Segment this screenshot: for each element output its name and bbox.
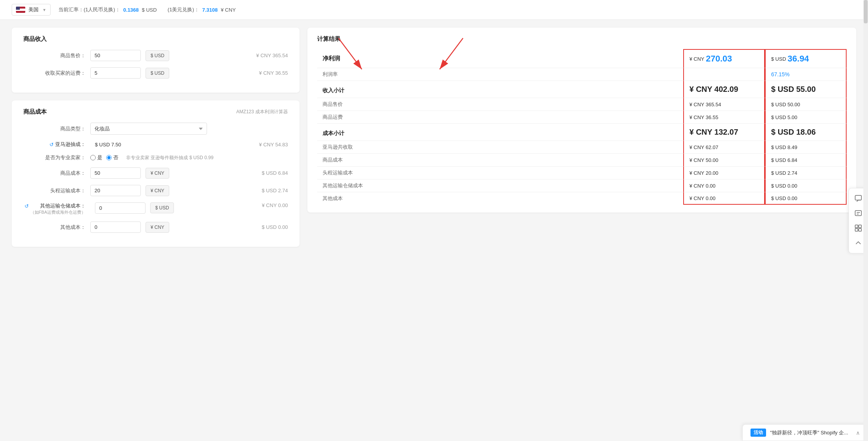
r-shipping-cost-label: 头程运输成本 xyxy=(317,167,683,179)
product-cost-input[interactable] xyxy=(90,167,141,179)
professional-yes-option[interactable]: 是 xyxy=(90,154,102,161)
professional-no-option[interactable]: 否 xyxy=(106,154,118,161)
right-panel: 计算结果 净利润 ¥ CNY 270.03 $ USD 36.94 利润率 xyxy=(307,28,856,247)
product-price-currency: $ USD xyxy=(146,50,169,61)
scrollbar-track[interactable] xyxy=(863,0,868,441)
chat-icon xyxy=(854,195,862,202)
r-amazon-fee-usd: $ USD 8.49 xyxy=(765,141,847,154)
country-name: 美国 xyxy=(28,6,39,13)
rate1-currency: $ USD xyxy=(142,7,157,13)
svg-rect-5 xyxy=(855,211,861,216)
exchange-rate-section: 当前汇率：(1人民币兑换)： 0.1368 $ USD (1美元兑换)： 7.3… xyxy=(58,6,236,13)
product-cost-usd: $ USD 6.84 xyxy=(249,170,288,176)
other-cost-currency: ¥ CNY xyxy=(146,222,169,233)
svg-rect-4 xyxy=(855,195,861,200)
buyer-shipping-cny: ¥ CNY 36.55 xyxy=(249,70,288,76)
buyer-shipping-input[interactable] xyxy=(90,67,141,79)
professional-yes-radio[interactable] xyxy=(90,155,96,160)
buyer-shipping-currency: $ USD xyxy=(146,68,169,79)
buyer-shipping-row: 收取买家的运费： $ USD ¥ CNY 36.55 xyxy=(23,67,288,79)
other-shipping-input[interactable] xyxy=(95,202,146,214)
shipping-cost-input[interactable] xyxy=(90,185,141,196)
r-other-cost-cny: ¥ CNY 0.00 xyxy=(683,192,765,205)
amazon-fee-cny: ¥ CNY 54.83 xyxy=(249,142,288,148)
amazon-fee-label-group: ↺ 亚马逊抽成： xyxy=(23,141,86,148)
product-type-select[interactable]: 化妆品 服装 电子产品 家居 xyxy=(90,123,207,135)
rate-label-2: (1美元兑换)： xyxy=(168,6,199,13)
other-cost-usd: $ USD 0.00 xyxy=(249,224,288,230)
cost-card-header: 商品成本 AMZ123 成本利润计算器 xyxy=(23,108,288,116)
activity-text: "独辟新径，冲顶旺季" Shopify 企... xyxy=(770,429,848,436)
buyer-shipping-label: 收取买家的运费： xyxy=(23,70,86,77)
r-product-cost-cny: ¥ CNY 50.00 xyxy=(683,154,765,167)
rate2-value: 7.3108 xyxy=(202,7,218,13)
svg-rect-9 xyxy=(859,225,861,228)
dropdown-arrow-icon: ▼ xyxy=(42,8,46,12)
product-cost-label: 商品成本： xyxy=(23,170,86,177)
results-grid: 净利润 ¥ CNY 270.03 $ USD 36.94 利润率 xyxy=(317,49,847,205)
product-type-label: 商品类型： xyxy=(23,125,86,132)
country-selector[interactable]: 美国 ▼ xyxy=(12,4,51,16)
professional-no-radio[interactable] xyxy=(106,155,112,160)
professional-seller-label: 是否为专业卖家： xyxy=(23,154,86,161)
grid-icon xyxy=(854,224,862,232)
revenue-subtotal-usd-cell: $ USD 55.00 xyxy=(765,81,847,98)
other-shipping-refresh-icon[interactable]: ↺ xyxy=(25,203,29,209)
results-title: 计算结果 xyxy=(317,35,847,43)
amazon-fee-label: 亚马逊抽成： xyxy=(55,141,86,148)
other-shipping-label-text: 其他运输仓储成本： （如FBA运费或海外仓运费） xyxy=(30,202,86,215)
other-shipping-cny: ¥ CNY 0.00 xyxy=(249,202,288,208)
other-cost-input[interactable] xyxy=(90,221,141,233)
product-price-input[interactable] xyxy=(90,50,141,61)
shipping-cost-label: 头程运输成本： xyxy=(23,187,86,194)
revenue-subtotal-label-cell: 收入小计 xyxy=(317,81,683,98)
left-panel: 商品收入 商品售价： $ USD ¥ CNY 365.54 收取买家的运费： $… xyxy=(12,28,300,247)
r-other-cost-usd: $ USD 0.00 xyxy=(765,192,847,205)
r-product-price-cny: ¥ CNY 365.54 xyxy=(683,98,765,111)
product-cost-row: 商品成本： ¥ CNY $ USD 6.84 xyxy=(23,167,288,179)
cost-card-title: 商品成本 xyxy=(23,108,47,116)
shipping-cost-usd: $ USD 2.74 xyxy=(249,188,288,193)
net-profit-label-cell: 净利润 xyxy=(317,49,683,68)
amazon-fee-refresh-icon[interactable]: ↺ xyxy=(49,142,54,148)
product-cost-currency: ¥ CNY xyxy=(146,168,169,179)
r-shipping-label: 商品运费 xyxy=(317,111,683,124)
r-shipping-cost-usd: $ USD 2.74 xyxy=(765,167,847,179)
svg-rect-11 xyxy=(859,228,861,231)
other-shipping-row: ↺ 其他运输仓储成本： （如FBA运费或海外仓运费） $ USD ¥ CNY 0… xyxy=(23,202,288,215)
activity-close-button[interactable]: ∧ xyxy=(856,430,860,436)
r-shipping-cost-cny: ¥ CNY 20.00 xyxy=(683,167,765,179)
professional-note: 非专业卖家 亚逊每件额外抽成 $ USD 0.99 xyxy=(126,155,214,161)
r-other-shipping-usd: $ USD 0.00 xyxy=(765,179,847,192)
main-content: 商品收入 商品售价： $ USD ¥ CNY 365.54 收取买家的运费： $… xyxy=(0,20,868,255)
cost-subtotal-usd-cell: $ USD 18.06 xyxy=(765,124,847,141)
net-profit-usd-cell: $ USD 36.94 xyxy=(765,49,847,68)
rate-label-1: 当前汇率：(1人民币兑换)： xyxy=(58,6,120,13)
amazon-fee-value: $ USD 7.50 xyxy=(95,142,121,148)
r-other-shipping-cny: ¥ CNY 0.00 xyxy=(683,179,765,192)
product-type-row: 商品类型： 化妆品 服装 电子产品 家居 xyxy=(23,123,288,135)
income-card-title: 商品收入 xyxy=(23,35,288,43)
profit-rate-cny-cell xyxy=(683,68,765,81)
r-amazon-fee-cny: ¥ CNY 62.07 xyxy=(683,141,765,154)
scrollbar-thumb[interactable] xyxy=(864,0,868,23)
results-card: 计算结果 净利润 ¥ CNY 270.03 $ USD 36.94 利润率 xyxy=(307,28,856,213)
up-icon xyxy=(854,239,862,247)
r-other-shipping-label: 其他运输仓储成本 xyxy=(317,179,683,192)
r-shipping-cny: ¥ CNY 36.55 xyxy=(683,111,765,124)
r-product-price-usd: $ USD 50.00 xyxy=(765,98,847,111)
other-shipping-label-group: ↺ 其他运输仓储成本： （如FBA运费或海外仓运费） xyxy=(23,202,86,215)
r-product-cost-label: 商品成本 xyxy=(317,154,683,167)
svg-rect-10 xyxy=(855,228,858,231)
product-price-label: 商品售价： xyxy=(23,52,86,59)
cost-subtotal-cny-cell: ¥ CNY 132.07 xyxy=(683,124,765,141)
activity-bar[interactable]: 活动 "独辟新径，冲顶旺季" Shopify 企... ∧ xyxy=(742,424,868,441)
amazon-fee-row: ↺ 亚马逊抽成： $ USD 7.50 ¥ CNY 54.83 xyxy=(23,141,288,148)
r-product-cost-usd: $ USD 6.84 xyxy=(765,154,847,167)
svg-rect-8 xyxy=(855,225,858,228)
cost-subtotal-label-cell: 成本小计 xyxy=(317,124,683,141)
r-other-cost-label: 其他成本 xyxy=(317,192,683,205)
other-cost-row: 其他成本： ¥ CNY $ USD 0.00 xyxy=(23,221,288,233)
r-product-price-label: 商品售价 xyxy=(317,98,683,111)
rate1-value: 0.1368 xyxy=(123,7,139,13)
